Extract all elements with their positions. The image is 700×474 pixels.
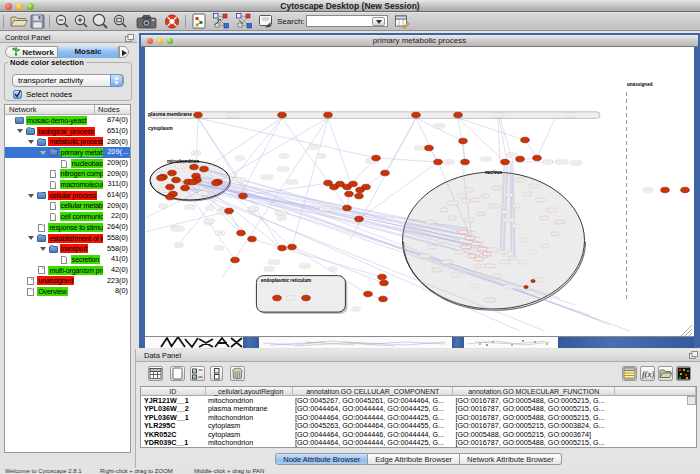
svg-text:f(x): f(x) bbox=[642, 369, 654, 379]
